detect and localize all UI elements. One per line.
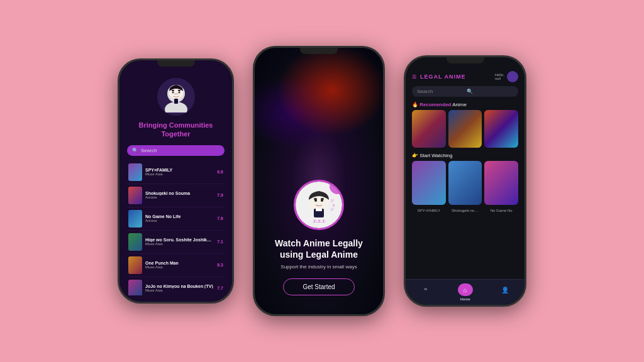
list-item[interactable]: Shokugeki no Souma Anione 7.9	[127, 184, 225, 207]
middle-screen: エエエ ジ ョ ジ Watch Anime Legally using Lega…	[255, 48, 383, 314]
anime-name: Hige wo Soru. Soshite Joshikousei wo Hir…	[145, 238, 214, 242]
start-label-row: SPY×FAMILY Shokugeki no ... No Game No	[406, 209, 525, 212]
rec-card-3[interactable]	[484, 110, 518, 148]
hello-text: Hello, null	[495, 73, 504, 80]
anime-name: SPY×FAMILY	[145, 168, 214, 172]
profile-icon: 👤	[497, 283, 513, 296]
anime-score: 8.6	[217, 170, 223, 174]
svg-rect-8	[174, 99, 178, 104]
anime-list: SPY×FAMILY Muse Asia 8.6 Shokugeki no So…	[127, 161, 225, 295]
list-item[interactable]: JoJo no Kimyou na Bouken (TV) Muse Asia …	[127, 277, 225, 295]
home-icon: ⌂	[458, 283, 473, 296]
nav-home-label: Home	[460, 297, 470, 301]
anime-source: Anione	[145, 195, 214, 199]
phone-right: ≡ LEGAL ANIME Hello, null Search 🔍 🔥 Rec…	[404, 55, 526, 307]
get-started-button[interactable]: Get Started	[283, 278, 354, 295]
anime-source: Anione	[145, 219, 214, 222]
decorative-bubble	[330, 180, 344, 194]
svg-text:エエエ: エエエ	[313, 219, 326, 224]
list-item[interactable]: No Game No Life Anione 7.8	[127, 207, 225, 231]
search-icon-right: 🔍	[467, 89, 514, 94]
svg-rect-5	[174, 94, 178, 94]
anime-thumb	[128, 280, 142, 295]
svg-rect-4	[178, 90, 180, 91]
card-label-3: No Game No	[484, 209, 518, 212]
rec-card-1[interactable]	[412, 110, 446, 148]
right-header: ≡ LEGAL ANIME Hello, null	[406, 71, 525, 82]
start-card-3[interactable]	[484, 161, 518, 205]
recommended-label: 🔥 Recomended Anime	[406, 102, 525, 110]
left-screen: Bringing Communities Together 🔍 Search S…	[119, 60, 232, 302]
anime-thumb	[128, 187, 142, 204]
anime-thumb	[128, 233, 142, 251]
anime-thumb	[128, 210, 142, 228]
hamburger-icon[interactable]: ≡	[412, 72, 416, 81]
start-watching-row	[406, 161, 525, 205]
anime-score: 7.9	[217, 193, 223, 197]
card-label-1: SPY×FAMILY	[412, 209, 446, 212]
svg-rect-3	[172, 90, 174, 91]
app-title: LEGAL ANIME	[420, 74, 495, 80]
anime-source: Muse Asia	[145, 265, 214, 269]
anime-name: JoJo no Kimyou na Bouken (TV)	[145, 284, 214, 288]
list-item[interactable]: SPY×FAMILY Muse Asia 8.6	[127, 161, 225, 184]
bottom-nav: ❝ ⌂ Home 👤	[406, 279, 525, 305]
character-circle: エエエ ジ ョ ジ	[294, 180, 344, 230]
rec-card-2[interactable]	[448, 110, 482, 148]
right-screen: ≡ LEGAL ANIME Hello, null Search 🔍 🔥 Rec…	[406, 57, 525, 305]
svg-point-13	[321, 199, 323, 202]
anime-source: Muse Asia	[145, 242, 214, 246]
nav-item-quotes[interactable]: ❝	[418, 283, 433, 301]
svg-point-6	[172, 92, 174, 94]
left-search-placeholder: Search	[141, 148, 157, 153]
mid-subtitle: Support the industry in small ways	[280, 264, 357, 270]
anime-score: 7.7	[217, 286, 223, 290]
card-label-2: Shokugeki no ...	[448, 209, 482, 212]
svg-text:ジ: ジ	[330, 207, 334, 211]
list-item[interactable]: Hige wo Soru. Soshite Joshikousei wo Hir…	[127, 231, 225, 254]
anime-name: One Punch Man	[145, 261, 214, 265]
anime-name: No Game No Life	[145, 214, 214, 219]
start-card-2[interactable]	[448, 161, 482, 205]
mid-content: エエエ ジ ョ ジ Watch Anime Legally using Lega…	[255, 167, 383, 314]
right-search-bar[interactable]: Search 🔍	[412, 86, 518, 97]
quotes-icon: ❝	[418, 283, 433, 296]
anime-source: Muse Asia	[145, 172, 214, 176]
user-avatar[interactable]	[507, 71, 518, 82]
search-placeholder-right: Search	[417, 89, 464, 94]
svg-text:ョ: ョ	[331, 203, 335, 207]
left-search-bar[interactable]: 🔍 Search	[127, 145, 225, 156]
mid-main-title: Watch Anime Legally using Legal Anime	[267, 238, 370, 260]
svg-rect-15	[316, 209, 322, 211]
nav-item-home[interactable]: ⌂ Home	[458, 283, 473, 301]
phone-left: Bringing Communities Together 🔍 Search S…	[118, 58, 234, 304]
anime-score: 7.1	[217, 239, 223, 244]
svg-point-12	[314, 199, 317, 202]
anime-name: Shokugeki no Souma	[145, 191, 214, 195]
left-avatar	[157, 78, 195, 116]
left-title: Bringing Communities Together	[127, 121, 225, 139]
recommended-row	[406, 110, 525, 148]
nav-item-profile[interactable]: 👤	[497, 283, 513, 301]
start-card-1[interactable]	[412, 161, 446, 205]
anime-thumb	[128, 256, 142, 274]
phone-middle: エエエ ジ ョ ジ Watch Anime Legally using Lega…	[253, 46, 385, 316]
anime-source: Muse Asia	[145, 288, 214, 292]
search-icon-left: 🔍	[132, 148, 138, 153]
list-item[interactable]: One Punch Man Muse Asia 8.3	[127, 254, 225, 277]
anime-thumb	[128, 163, 142, 181]
svg-text:ジ: ジ	[330, 199, 334, 202]
bg-details	[255, 48, 383, 155]
anime-score: 7.8	[217, 216, 223, 221]
anime-score: 8.3	[217, 263, 223, 267]
svg-point-7	[178, 92, 180, 94]
start-watching-label: 👉 Start Watching	[406, 153, 525, 161]
